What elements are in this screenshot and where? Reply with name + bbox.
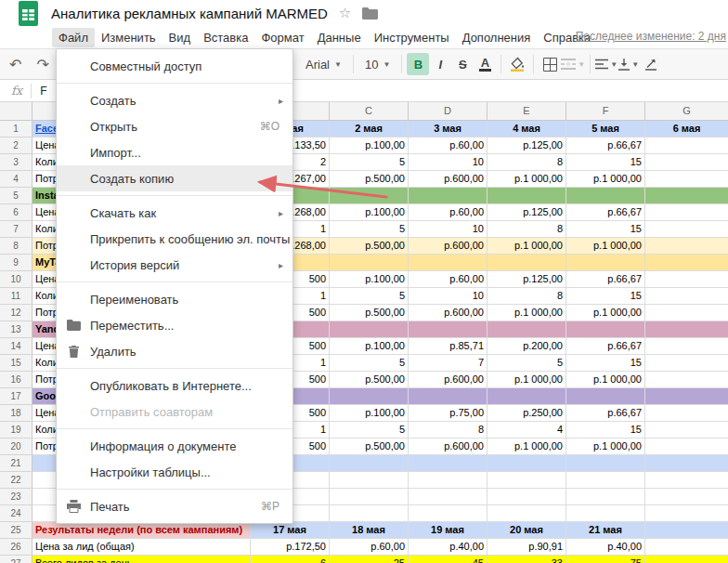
file-menu-item-new[interactable]: Создать▸ <box>57 87 292 113</box>
cell-B25[interactable]: 17 мая <box>251 522 330 539</box>
cell-F22[interactable] <box>566 472 645 489</box>
cell-E27[interactable]: 33 <box>488 556 566 563</box>
cell-E18[interactable]: р.250,00 <box>488 405 566 422</box>
menubar-item-данные[interactable]: Данные <box>311 28 368 47</box>
menubar-item-вставка[interactable]: Вставка <box>197 28 254 47</box>
row-header-5[interactable]: 5 <box>0 188 32 204</box>
move-folder-icon[interactable] <box>362 7 378 20</box>
cell-E9[interactable] <box>488 255 566 271</box>
row-header-16[interactable]: 16 <box>0 372 32 388</box>
cell-G15[interactable] <box>645 355 728 372</box>
cell-C14[interactable]: р.100,00 <box>330 338 409 355</box>
cell-E26[interactable]: р.90,91 <box>488 539 566 556</box>
cell-E7[interactable]: 8 <box>488 221 566 238</box>
strikethrough-button[interactable]: S <box>451 53 474 75</box>
font-family-select[interactable]: Arial ▼ <box>299 58 348 72</box>
cell-C6[interactable]: р.100,00 <box>330 204 409 221</box>
cell-F23[interactable] <box>566 489 645 505</box>
row-header-17[interactable]: 17 <box>0 388 32 405</box>
cell-D21[interactable] <box>409 455 488 472</box>
row-header-18[interactable]: 18 <box>0 405 32 422</box>
cell-C11[interactable]: 5 <box>330 288 409 305</box>
cell-F1[interactable]: 5 мая <box>566 121 645 137</box>
menubar-item-дополнения[interactable]: Дополнения <box>456 28 538 47</box>
column-header-E[interactable]: E <box>488 102 566 121</box>
cell-F8[interactable]: р.1 000,00 <box>566 238 645 255</box>
column-header-C[interactable]: C <box>330 102 409 121</box>
menubar-item-изменить[interactable]: Изменить <box>95 28 162 47</box>
file-menu-item-doc-info[interactable]: Информация о документе <box>57 433 292 459</box>
file-menu-item-sheet-settings[interactable]: Настройки таблицы... <box>57 459 292 485</box>
cell-F15[interactable]: 15 <box>566 355 645 372</box>
cell-G26[interactable] <box>645 539 728 556</box>
cell-C4[interactable]: р.500,00 <box>330 171 409 188</box>
cell-G6[interactable] <box>645 204 728 221</box>
row-header-2[interactable]: 2 <box>0 137 32 154</box>
cell-D15[interactable]: 7 <box>409 355 488 372</box>
cell-F5[interactable] <box>566 188 645 204</box>
cell-F13[interactable] <box>566 321 645 338</box>
cell-G1[interactable]: 6 мая <box>645 121 728 137</box>
file-menu-item-download-as[interactable]: Скачать как▸ <box>57 200 292 226</box>
cell-G19[interactable] <box>645 422 728 439</box>
row-header-19[interactable]: 19 <box>0 422 32 439</box>
row-header-4[interactable]: 4 <box>0 171 32 188</box>
file-menu-item-email-attachment[interactable]: Прикрепить к сообщению эл. почты <box>57 226 292 252</box>
row-header-3[interactable]: 3 <box>0 154 32 171</box>
cell-C23[interactable] <box>330 489 409 505</box>
cell-C15[interactable]: 5 <box>330 355 409 372</box>
bold-button[interactable]: B <box>407 53 429 75</box>
cell-G24[interactable] <box>645 505 728 522</box>
cell-G11[interactable] <box>645 288 728 305</box>
cell-C19[interactable]: 5 <box>330 422 409 439</box>
cell-E11[interactable]: 8 <box>488 288 566 305</box>
cell-C10[interactable]: р.100,00 <box>330 271 409 288</box>
cell-A27[interactable]: Всего лидов за день <box>32 556 251 563</box>
cell-F19[interactable]: 15 <box>566 422 645 439</box>
vertical-align-button[interactable]: ▼ <box>618 53 640 75</box>
borders-button[interactable] <box>539 53 561 75</box>
cell-G3[interactable] <box>645 154 728 171</box>
cell-D9[interactable] <box>409 255 488 271</box>
cell-D8[interactable]: р.600,00 <box>409 238 488 255</box>
cell-G16[interactable] <box>645 372 728 388</box>
cell-F4[interactable]: р.1 000,00 <box>566 171 645 188</box>
cell-D18[interactable]: р.75,00 <box>409 405 488 422</box>
file-menu-item-rename[interactable]: Переименовать <box>57 286 292 312</box>
row-header-6[interactable]: 6 <box>0 204 32 221</box>
cell-D6[interactable]: р.60,00 <box>409 204 488 221</box>
row-header-10[interactable]: 10 <box>0 271 32 288</box>
cell-F21[interactable] <box>566 455 645 472</box>
row-header-20[interactable]: 20 <box>0 439 32 455</box>
row-header-14[interactable]: 14 <box>0 338 32 355</box>
row-header-8[interactable]: 8 <box>0 238 32 255</box>
cell-E10[interactable]: р.125,00 <box>488 271 566 288</box>
cell-F17[interactable] <box>566 388 645 405</box>
cell-G25[interactable] <box>645 522 728 539</box>
cell-D11[interactable]: 10 <box>409 288 488 305</box>
fill-color-button[interactable] <box>506 53 528 75</box>
cell-D7[interactable]: 10 <box>409 221 488 238</box>
cell-D25[interactable]: 19 мая <box>409 522 488 539</box>
row-header-1[interactable]: 1 <box>0 121 32 137</box>
row-header-22[interactable]: 22 <box>0 472 32 489</box>
undo-icon[interactable]: ↶ <box>9 56 21 73</box>
column-header-D[interactable]: D <box>409 102 488 121</box>
cell-G14[interactable] <box>645 338 728 355</box>
cell-G4[interactable] <box>645 171 728 188</box>
redo-icon[interactable]: ↷ <box>36 56 48 73</box>
cell-D4[interactable]: р.600,00 <box>409 171 488 188</box>
cell-F10[interactable]: р.66,67 <box>566 271 645 288</box>
cell-C5[interactable] <box>330 188 409 204</box>
cell-D24[interactable] <box>409 505 488 522</box>
cell-E20[interactable]: р.1 000,00 <box>488 439 566 455</box>
cell-E22[interactable] <box>488 472 566 489</box>
cell-F14[interactable]: р.66,67 <box>566 338 645 355</box>
cell-D26[interactable]: р.40,00 <box>409 539 488 556</box>
cell-A25[interactable]: Результаты недели (по всем кампаниям) <box>32 522 251 539</box>
cell-C8[interactable]: р.500,00 <box>330 238 409 255</box>
text-color-button[interactable]: A <box>474 53 496 75</box>
cell-E16[interactable]: р.1 000,00 <box>488 372 566 388</box>
cell-G5[interactable] <box>645 188 728 204</box>
file-menu-item-open[interactable]: Открыть⌘O <box>57 113 292 139</box>
